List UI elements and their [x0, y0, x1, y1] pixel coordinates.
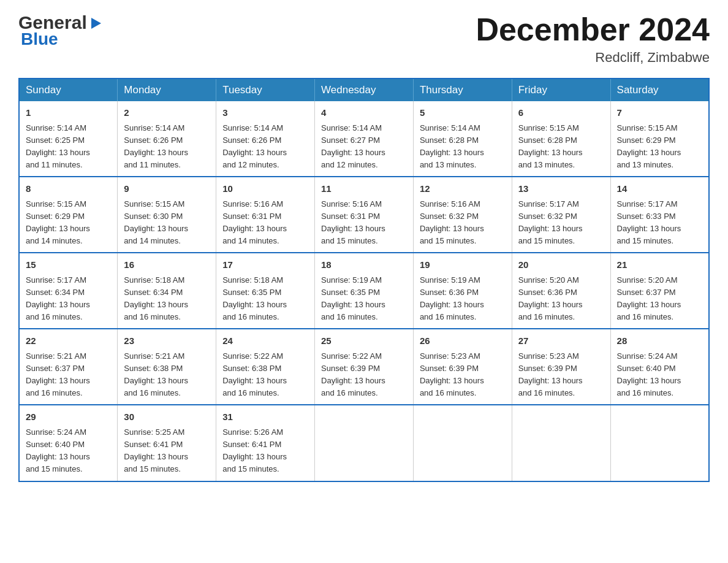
calendar-week-3: 15Sunrise: 5:17 AMSunset: 6:34 PMDayligh…	[19, 253, 709, 329]
calendar-week-2: 8Sunrise: 5:15 AMSunset: 6:29 PMDaylight…	[19, 177, 709, 253]
day-info: Sunrise: 5:16 AMSunset: 6:31 PMDaylight:…	[321, 199, 385, 245]
calendar-cell: 10Sunrise: 5:16 AMSunset: 6:31 PMDayligh…	[216, 177, 315, 253]
day-info: Sunrise: 5:14 AMSunset: 6:25 PMDaylight:…	[26, 123, 90, 169]
day-number: 15	[26, 258, 111, 272]
day-info: Sunrise: 5:20 AMSunset: 6:37 PMDaylight:…	[617, 275, 681, 321]
calendar-cell: 11Sunrise: 5:16 AMSunset: 6:31 PMDayligh…	[315, 177, 414, 253]
day-info: Sunrise: 5:21 AMSunset: 6:38 PMDaylight:…	[124, 351, 188, 397]
calendar-week-5: 29Sunrise: 5:24 AMSunset: 6:40 PMDayligh…	[19, 405, 709, 481]
calendar-cell: 18Sunrise: 5:19 AMSunset: 6:35 PMDayligh…	[315, 253, 414, 329]
day-number: 28	[617, 334, 702, 348]
day-number: 18	[321, 258, 407, 272]
day-info: Sunrise: 5:21 AMSunset: 6:37 PMDaylight:…	[26, 351, 90, 397]
day-info: Sunrise: 5:14 AMSunset: 6:27 PMDaylight:…	[321, 123, 385, 169]
day-number: 12	[420, 182, 506, 196]
day-info: Sunrise: 5:15 AMSunset: 6:28 PMDaylight:…	[518, 123, 583, 169]
day-number: 20	[518, 258, 604, 272]
calendar-cell: 16Sunrise: 5:18 AMSunset: 6:34 PMDayligh…	[118, 253, 216, 329]
day-number: 11	[321, 182, 407, 196]
day-info: Sunrise: 5:23 AMSunset: 6:39 PMDaylight:…	[518, 351, 583, 397]
col-header-wednesday: Wednesday	[315, 79, 414, 101]
day-info: Sunrise: 5:24 AMSunset: 6:40 PMDaylight:…	[617, 351, 681, 397]
calendar-cell: 27Sunrise: 5:23 AMSunset: 6:39 PMDayligh…	[512, 329, 610, 405]
title-area: December 2024 Redcliff, Zimbabwe	[476, 12, 710, 66]
calendar-cell: 30Sunrise: 5:25 AMSunset: 6:41 PMDayligh…	[118, 405, 216, 481]
calendar-cell: 6Sunrise: 5:15 AMSunset: 6:28 PMDaylight…	[512, 101, 610, 177]
calendar-cell: 20Sunrise: 5:20 AMSunset: 6:36 PMDayligh…	[512, 253, 610, 329]
day-info: Sunrise: 5:14 AMSunset: 6:26 PMDaylight:…	[222, 123, 287, 169]
page-title: December 2024	[476, 12, 710, 47]
day-info: Sunrise: 5:25 AMSunset: 6:41 PMDaylight:…	[124, 427, 188, 473]
logo: General Blue	[18, 12, 102, 49]
header: General Blue December 2024 Redcliff, Zim…	[18, 12, 710, 66]
day-number: 30	[124, 410, 210, 424]
calendar-table: Sunday Monday Tuesday Wednesday Thursday…	[18, 78, 710, 481]
day-number: 26	[420, 334, 506, 348]
day-number: 13	[518, 182, 604, 196]
col-header-friday: Friday	[512, 79, 610, 101]
calendar-cell: 15Sunrise: 5:17 AMSunset: 6:34 PMDayligh…	[19, 253, 118, 329]
day-number: 5	[420, 106, 506, 120]
day-info: Sunrise: 5:17 AMSunset: 6:33 PMDaylight:…	[617, 199, 681, 245]
day-info: Sunrise: 5:17 AMSunset: 6:32 PMDaylight:…	[518, 199, 583, 245]
calendar-cell	[610, 405, 709, 481]
col-header-sunday: Sunday	[19, 79, 118, 101]
day-info: Sunrise: 5:22 AMSunset: 6:38 PMDaylight:…	[222, 351, 287, 397]
calendar-cell: 25Sunrise: 5:22 AMSunset: 6:39 PMDayligh…	[315, 329, 414, 405]
page-subtitle: Redcliff, Zimbabwe	[476, 50, 710, 66]
day-info: Sunrise: 5:19 AMSunset: 6:36 PMDaylight:…	[420, 275, 484, 321]
day-number: 16	[124, 258, 210, 272]
day-number: 17	[222, 258, 308, 272]
calendar-cell: 9Sunrise: 5:15 AMSunset: 6:30 PMDaylight…	[118, 177, 216, 253]
calendar-cell: 2Sunrise: 5:14 AMSunset: 6:26 PMDaylight…	[118, 101, 216, 177]
day-info: Sunrise: 5:15 AMSunset: 6:29 PMDaylight:…	[26, 199, 90, 245]
calendar-week-1: 1Sunrise: 5:14 AMSunset: 6:25 PMDaylight…	[19, 101, 709, 177]
day-number: 22	[26, 334, 111, 348]
calendar-week-4: 22Sunrise: 5:21 AMSunset: 6:37 PMDayligh…	[19, 329, 709, 405]
day-info: Sunrise: 5:18 AMSunset: 6:34 PMDaylight:…	[124, 275, 188, 321]
day-number: 25	[321, 334, 407, 348]
day-number: 29	[26, 410, 111, 424]
day-info: Sunrise: 5:19 AMSunset: 6:35 PMDaylight:…	[321, 275, 385, 321]
logo-triangle-icon	[89, 17, 102, 30]
day-number: 2	[124, 106, 210, 120]
calendar-cell: 4Sunrise: 5:14 AMSunset: 6:27 PMDaylight…	[315, 101, 414, 177]
calendar-cell: 23Sunrise: 5:21 AMSunset: 6:38 PMDayligh…	[118, 329, 216, 405]
calendar-cell: 19Sunrise: 5:19 AMSunset: 6:36 PMDayligh…	[413, 253, 512, 329]
day-number: 9	[124, 182, 210, 196]
day-number: 23	[124, 334, 210, 348]
day-info: Sunrise: 5:16 AMSunset: 6:32 PMDaylight:…	[420, 199, 484, 245]
calendar-cell: 8Sunrise: 5:15 AMSunset: 6:29 PMDaylight…	[19, 177, 118, 253]
calendar-cell: 28Sunrise: 5:24 AMSunset: 6:40 PMDayligh…	[610, 329, 709, 405]
calendar-cell: 31Sunrise: 5:26 AMSunset: 6:41 PMDayligh…	[216, 405, 315, 481]
day-info: Sunrise: 5:22 AMSunset: 6:39 PMDaylight:…	[321, 351, 385, 397]
day-number: 4	[321, 106, 407, 120]
day-info: Sunrise: 5:16 AMSunset: 6:31 PMDaylight:…	[222, 199, 287, 245]
calendar-cell: 29Sunrise: 5:24 AMSunset: 6:40 PMDayligh…	[19, 405, 118, 481]
calendar-cell: 21Sunrise: 5:20 AMSunset: 6:37 PMDayligh…	[610, 253, 709, 329]
day-number: 8	[26, 182, 111, 196]
calendar-header-row: Sunday Monday Tuesday Wednesday Thursday…	[19, 79, 709, 101]
col-header-tuesday: Tuesday	[216, 79, 315, 101]
day-info: Sunrise: 5:18 AMSunset: 6:35 PMDaylight:…	[222, 275, 287, 321]
day-info: Sunrise: 5:14 AMSunset: 6:26 PMDaylight:…	[124, 123, 188, 169]
calendar-cell	[512, 405, 610, 481]
calendar-cell: 7Sunrise: 5:15 AMSunset: 6:29 PMDaylight…	[610, 101, 709, 177]
calendar-cell: 12Sunrise: 5:16 AMSunset: 6:32 PMDayligh…	[413, 177, 512, 253]
day-number: 31	[222, 410, 308, 424]
col-header-thursday: Thursday	[413, 79, 512, 101]
calendar-cell: 17Sunrise: 5:18 AMSunset: 6:35 PMDayligh…	[216, 253, 315, 329]
calendar-cell: 13Sunrise: 5:17 AMSunset: 6:32 PMDayligh…	[512, 177, 610, 253]
day-number: 6	[518, 106, 604, 120]
svg-marker-0	[91, 18, 101, 29]
day-number: 27	[518, 334, 604, 348]
calendar-cell: 26Sunrise: 5:23 AMSunset: 6:39 PMDayligh…	[413, 329, 512, 405]
day-info: Sunrise: 5:24 AMSunset: 6:40 PMDaylight:…	[26, 427, 90, 473]
day-number: 7	[617, 106, 702, 120]
calendar-cell	[315, 405, 414, 481]
day-number: 21	[617, 258, 702, 272]
day-info: Sunrise: 5:17 AMSunset: 6:34 PMDaylight:…	[26, 275, 90, 321]
day-info: Sunrise: 5:20 AMSunset: 6:36 PMDaylight:…	[518, 275, 583, 321]
calendar-cell: 22Sunrise: 5:21 AMSunset: 6:37 PMDayligh…	[19, 329, 118, 405]
day-info: Sunrise: 5:23 AMSunset: 6:39 PMDaylight:…	[420, 351, 484, 397]
